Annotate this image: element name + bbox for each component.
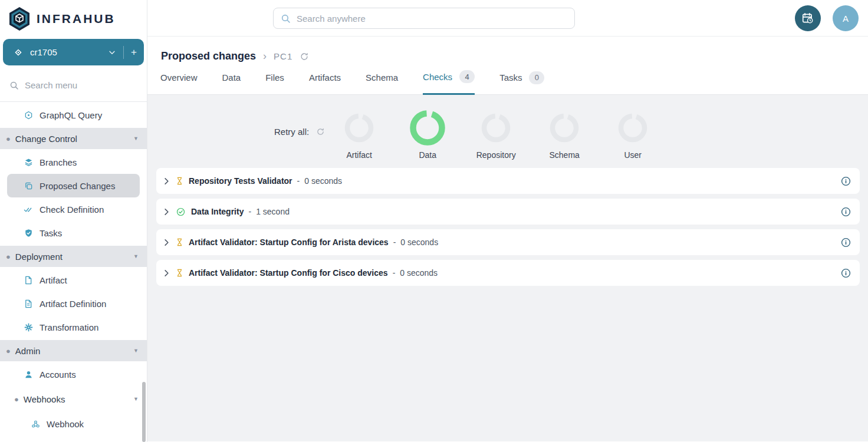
group-label: Artifact: [346, 150, 372, 160]
sidebar-item-label: Tasks: [40, 228, 62, 238]
sidebar-menu: GraphQL Query ● Change Control ▼ Branche…: [0, 102, 147, 436]
breadcrumb-item[interactable]: PC1: [274, 51, 292, 61]
check-group-artifact: Artifact: [325, 109, 393, 160]
user-avatar[interactable]: A: [833, 5, 859, 31]
sidebar-item-graphql-query[interactable]: GraphQL Query: [0, 103, 147, 127]
search-input[interactable]: [297, 14, 567, 24]
retry-all-button[interactable]: [316, 127, 325, 136]
separator: -: [393, 238, 396, 247]
section-label: Deployment: [15, 252, 63, 262]
checks-panel: Retry all: Artifact Data: [147, 95, 868, 441]
sidebar-item-label: Branches: [40, 157, 77, 167]
hourglass-icon: [176, 238, 183, 246]
sidebar-item-artifact-definition[interactable]: Artifact Definition: [0, 292, 147, 315]
tab-checks[interactable]: Checks 4: [423, 70, 475, 95]
sidebar-section-admin[interactable]: ● Admin ▼: [0, 340, 147, 361]
check-group-data: Data: [393, 109, 462, 160]
sidebar-item-artifact[interactable]: Artifact: [0, 268, 147, 292]
validator-row[interactable]: Artifact Validator: Startup Config for A…: [156, 229, 860, 255]
chevron-right-icon[interactable]: [162, 177, 171, 186]
tab-artifacts[interactable]: Artifacts: [309, 70, 341, 95]
tasks-count-badge: 0: [529, 71, 544, 84]
schema-progress-ring[interactable]: [548, 109, 580, 147]
sidebar-item-label: GraphQL Query: [40, 110, 102, 120]
add-branch-button[interactable]: +: [131, 47, 137, 58]
sidebar-item-proposed-changes[interactable]: Proposed Changes: [7, 174, 140, 197]
sidebar-menu-search[interactable]: Search menu: [0, 69, 147, 102]
user-progress-ring[interactable]: [617, 109, 649, 147]
sidebar-item-tasks[interactable]: Tasks: [0, 221, 147, 245]
sidebar-subsection-webhooks[interactable]: ● Webhooks ▼: [0, 388, 147, 410]
artifact-progress-ring[interactable]: [343, 109, 375, 147]
tab-overview[interactable]: Overview: [160, 70, 198, 95]
triangle-down-icon: ▼: [133, 348, 139, 354]
current-branch-label: cr1705: [30, 47, 57, 57]
info-icon[interactable]: [841, 238, 851, 248]
info-icon[interactable]: [841, 268, 851, 278]
webhook-icon: [31, 420, 40, 428]
sidebar-item-label: Check Definition: [40, 204, 104, 215]
section-label: Webhooks: [24, 394, 65, 404]
validator-row[interactable]: Artifact Validator: Startup Config for C…: [156, 260, 860, 286]
tab-files[interactable]: Files: [265, 70, 284, 95]
chevron-down-icon[interactable]: [108, 48, 116, 57]
graphql-icon: [24, 111, 33, 120]
validator-list: Repository Tests Validator - 0 seconds D…: [156, 168, 860, 286]
sidebar-item-label: Proposed Changes: [40, 181, 115, 191]
info-icon[interactable]: [841, 176, 851, 186]
sidebar: INFRAHUB cr1705 + Search menu: [0, 0, 147, 442]
hourglass-icon: [176, 177, 183, 185]
infrahub-hexagon-logo-icon: [8, 6, 31, 31]
avatar-letter: A: [843, 14, 849, 24]
refresh-icon[interactable]: [300, 52, 309, 61]
branch-icon: [14, 48, 23, 57]
check-group-repository: Repository: [462, 109, 530, 160]
repository-progress-ring[interactable]: [480, 109, 512, 147]
validator-duration: 0 seconds: [400, 238, 438, 247]
check-group-schema: Schema: [530, 109, 599, 160]
tab-data[interactable]: Data: [222, 70, 241, 95]
separator: -: [393, 268, 396, 278]
sidebar-item-webhook[interactable]: Webhook: [0, 412, 147, 436]
sidebar-item-branches[interactable]: Branches: [0, 150, 147, 174]
sidebar-section-change-control[interactable]: ● Change Control ▼: [0, 128, 147, 149]
sidebar-item-label: Artifact: [40, 275, 67, 285]
separator: -: [297, 176, 300, 186]
check-group-user: User: [599, 109, 667, 160]
global-search[interactable]: [273, 8, 575, 29]
search-icon: [9, 81, 19, 90]
chevron-right-icon[interactable]: [162, 207, 171, 216]
separator: -: [248, 207, 251, 216]
chevron-right-icon[interactable]: [162, 238, 171, 247]
menu-search-placeholder: Search menu: [25, 80, 77, 90]
group-label: Schema: [550, 150, 580, 160]
data-progress-ring[interactable]: [409, 109, 446, 147]
sidebar-item-check-definition[interactable]: Check Definition: [0, 197, 147, 221]
section-label: Admin: [15, 346, 41, 356]
triangle-down-icon: ▼: [133, 136, 139, 141]
triangle-down-icon: ▼: [133, 253, 139, 259]
sidebar-section-deployment[interactable]: ● Deployment ▼: [0, 246, 147, 267]
section-bullet-icon: ●: [14, 395, 19, 404]
search-icon: [281, 14, 291, 24]
section-bullet-icon: ●: [6, 252, 11, 261]
sidebar-scrollbar-thumb[interactable]: [142, 382, 146, 442]
validator-row[interactable]: Repository Tests Validator - 0 seconds: [156, 168, 860, 194]
sidebar-item-transformation[interactable]: Transformation: [0, 315, 147, 339]
info-icon[interactable]: [841, 207, 851, 217]
chevron-right-icon[interactable]: [162, 269, 171, 278]
branch-selector[interactable]: cr1705 +: [3, 39, 144, 65]
sidebar-item-accounts[interactable]: Accounts: [0, 362, 147, 386]
validator-name: Artifact Validator: Startup Config for C…: [189, 268, 388, 278]
tab-bar: Overview Data Files Artifacts Schema Che…: [160, 70, 544, 95]
checks-count-badge: 4: [459, 70, 475, 83]
brand-logo[interactable]: INFRAHUB: [0, 0, 147, 37]
validator-row[interactable]: Data Integrity - 1 second: [156, 199, 860, 225]
schedule-button[interactable]: [795, 5, 821, 31]
tab-schema[interactable]: Schema: [366, 70, 398, 95]
validator-name: Data Integrity: [191, 207, 244, 216]
validator-duration: 0 seconds: [304, 176, 342, 186]
validator-name: Repository Tests Validator: [189, 176, 292, 186]
validator-duration: 0 seconds: [400, 268, 438, 278]
tab-tasks[interactable]: Tasks 0: [499, 70, 544, 95]
